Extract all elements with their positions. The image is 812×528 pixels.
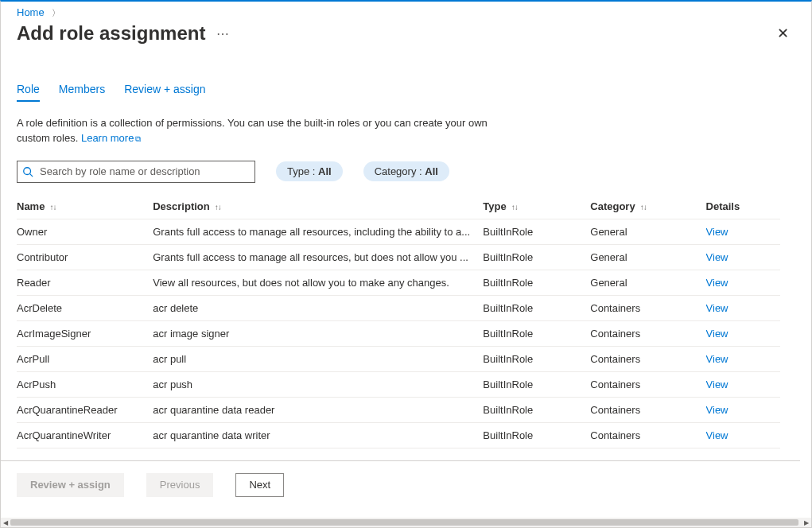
cell-name: Reader [17,270,153,295]
cell-type: BuiltInRole [483,371,590,397]
cell-name: AcrPull [17,346,153,371]
cell-details: View [706,346,780,371]
wizard-tabs: Role Members Review + assign [17,80,795,102]
tab-review-assign[interactable]: Review + assign [124,80,205,102]
tab-role[interactable]: Role [17,80,40,102]
cell-description: Grants full access to manage all resourc… [153,219,483,244]
svg-point-0 [24,167,31,174]
svg-line-1 [30,173,33,177]
cell-category: General [590,270,705,295]
cell-description: View all resources, but does not allow y… [153,270,483,295]
cell-description: acr push [153,371,483,397]
search-input[interactable] [38,165,250,178]
learn-more-link[interactable]: Learn more⧉ [81,132,141,144]
sort-icon: ↑↓ [511,205,518,210]
filter-category-pill[interactable]: Category : All [363,161,449,181]
column-header-category[interactable]: Category↑↓ [590,194,705,219]
cell-category: Containers [590,320,705,346]
view-link[interactable]: View [706,404,728,416]
search-box[interactable] [17,161,255,183]
column-header-type[interactable]: Type↑↓ [483,194,590,219]
view-link[interactable]: View [706,251,728,263]
cell-name: AcrPush [17,371,153,397]
cell-name: Contributor [17,244,153,270]
cell-category: Containers [590,371,705,397]
view-link[interactable]: View [706,277,728,289]
horizontal-scrollbar[interactable]: ◀ ▶ [1,518,811,527]
cell-details: View [706,320,780,346]
breadcrumb-home-link[interactable]: Home [17,6,45,18]
wizard-footer: Review + assign Previous Next [1,460,800,508]
cell-category: Containers [590,422,705,448]
next-button[interactable]: Next [235,473,284,497]
table-row[interactable]: AcrPullacr pullBuiltInRoleContainersView [17,346,780,371]
view-link[interactable]: View [706,429,728,441]
table-row[interactable]: OwnerGrants full access to manage all re… [17,219,780,244]
cell-type: BuiltInRole [483,219,590,244]
column-header-name[interactable]: Name↑↓ [17,194,153,219]
cell-name: AcrQuarantineWriter [17,422,153,448]
cell-description: acr quarantine data writer [153,422,483,448]
review-assign-button: Review + assign [17,473,124,497]
table-row[interactable]: AcrDeleteacr deleteBuiltInRoleContainers… [17,295,780,320]
table-row[interactable]: AcrQuarantineReaderacr quarantine data r… [17,397,780,422]
cell-description: Grants full access to manage all resourc… [153,244,483,270]
table-row[interactable]: AcrQuarantineWriteracr quarantine data w… [17,422,780,448]
cell-name: Owner [17,219,153,244]
cell-type: BuiltInRole [483,397,590,422]
filter-row: Type : All Category : All [17,161,795,183]
cell-description: acr delete [153,295,483,320]
tab-description: A role definition is a collection of per… [17,116,510,146]
search-icon [22,166,33,177]
cell-details: View [706,295,780,320]
view-link[interactable]: View [706,328,728,340]
cell-details: View [706,244,780,270]
sort-icon: ↑↓ [49,205,56,210]
cell-details: View [706,397,780,422]
more-actions-icon[interactable]: ⋯ [216,26,230,41]
cell-description: acr pull [153,346,483,371]
cell-name: AcrImageSigner [17,320,153,346]
cell-type: BuiltInRole [483,346,590,371]
view-link[interactable]: View [706,302,728,314]
column-header-description[interactable]: Description↑↓ [153,194,483,219]
table-row[interactable]: ReaderView all resources, but does not a… [17,270,780,295]
tab-members[interactable]: Members [59,80,105,102]
page-title: Add role assignment [17,22,205,45]
cell-type: BuiltInRole [483,295,590,320]
previous-button: Previous [146,473,214,497]
table-row[interactable]: AcrPushacr pushBuiltInRoleContainersView [17,371,780,397]
column-header-details: Details [706,194,780,219]
table-row[interactable]: AcrImageSigneracr image signerBuiltInRol… [17,320,780,346]
close-icon[interactable]: ✕ [771,23,795,44]
cell-type: BuiltInRole [483,422,590,448]
sort-icon: ↑↓ [640,205,647,210]
cell-type: BuiltInRole [483,320,590,346]
table-row[interactable]: ContributorGrants full access to manage … [17,244,780,270]
scroll-right-arrow-icon[interactable]: ▶ [802,518,811,527]
cell-category: Containers [590,346,705,371]
scroll-left-arrow-icon[interactable]: ◀ [1,518,10,527]
cell-details: View [706,219,780,244]
cell-description: acr quarantine data reader [153,397,483,422]
view-link[interactable]: View [706,379,728,390]
filter-type-pill[interactable]: Type : All [276,161,343,181]
cell-category: General [590,219,705,244]
chevron-right-icon: 〉 [52,8,60,17]
cell-name: AcrQuarantineReader [17,397,153,422]
cell-type: BuiltInRole [483,244,590,270]
cell-type: BuiltInRole [483,270,590,295]
roles-table: Name↑↓ Description↑↓ Type↑↓ Category↑↓ D… [17,194,780,448]
cell-details: View [706,270,780,295]
cell-category: General [590,244,705,270]
breadcrumb: Home 〉 [1,2,811,19]
cell-details: View [706,422,780,448]
view-link[interactable]: View [706,353,728,365]
cell-description: acr image signer [153,320,483,346]
view-link[interactable]: View [706,226,728,238]
main-scrollable[interactable]: Role Members Review + assign A role defi… [1,65,811,470]
cell-details: View [706,371,780,397]
external-link-icon: ⧉ [135,134,141,143]
cell-category: Containers [590,397,705,422]
sort-icon: ↑↓ [215,205,221,210]
